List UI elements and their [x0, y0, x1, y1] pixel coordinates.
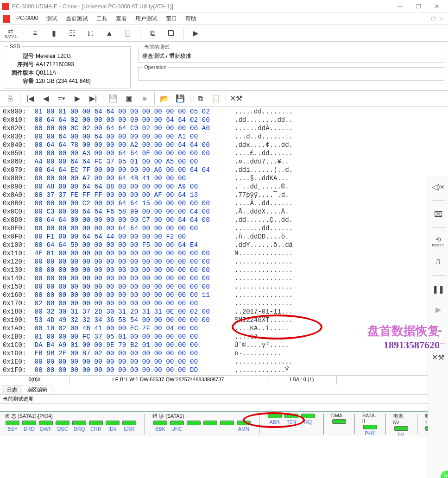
hex-ascii[interactable]: ....Â..dd...... — [234, 199, 293, 208]
hex-bytes[interactable]: 00 00 00 0C 02 00 64 64 C0 02 00 00 00 0… — [31, 124, 225, 132]
menu-user-test[interactable]: 用户测试 — [132, 13, 161, 24]
hex-row[interactable]: 0x010: 00 64 64 02 00 00 00 00 09 00 00 … — [3, 116, 445, 124]
hex-row[interactable]: 0x170: 02 00 00 00 00 00 00 00 00 00 00 … — [3, 299, 445, 308]
hex-bytes[interactable]: EB 9B 2E 00 B7 02 00 00 00 00 00 00 00 0… — [31, 349, 225, 358]
settings-icon[interactable]: ✕⚒ — [228, 92, 243, 106]
play2-icon[interactable]: ▶ — [430, 302, 446, 316]
export-icon[interactable]: ⎘ — [3, 92, 18, 106]
hex-ascii[interactable]: ............... — [234, 299, 293, 308]
hex-ascii[interactable]: ....§..ddKA... — [234, 174, 289, 182]
hex-ascii[interactable]: SMI2246XT...... — [234, 316, 293, 324]
hex-row[interactable]: 0x0D0: 00 64 64 00 00 00 00 00 00 C7 00 … — [3, 216, 445, 224]
hex-bytes[interactable]: 00 00 00 00 00 00 00 00 00 00 00 00 00 0… — [31, 358, 225, 366]
hex-view[interactable]: 0x000: 01 00 01 00 00 64 64 00 00 00 00 … — [0, 107, 448, 375]
hex-row[interactable]: 0x180: 00 32 30 31 37 2D 30 31 2D 31 31 … — [3, 308, 445, 316]
goto-icon[interactable]: ⌗▾ — [54, 92, 69, 106]
hex-bytes[interactable]: 00 C3 00 00 64 64 F6 58 99 00 00 00 00 C… — [31, 208, 225, 216]
hex-ascii[interactable]: ............... — [234, 266, 293, 274]
hex-ascii[interactable]: ............... — [234, 291, 293, 299]
hex-row[interactable]: 0x070: 00 64 64 EC 7F 00 00 00 00 00 A6 … — [3, 166, 445, 174]
paste-icon[interactable]: 📋 — [208, 92, 223, 106]
hex-bytes[interactable]: DA B4 A9 01 00 00 9E 79 B2 01 00 00 00 0… — [31, 341, 225, 349]
hex-bytes[interactable]: 4E 01 00 00 00 00 00 00 00 00 00 00 00 0… — [31, 249, 225, 258]
hex-row[interactable]: 0x120: 00 00 00 00 00 00 00 00 00 00 00 … — [3, 258, 445, 266]
hex-ascii[interactable]: .......dd...... — [234, 224, 293, 233]
hex-row[interactable]: 0x080: 00 00 00 00 A7 00 00 64 4B 41 00 … — [3, 174, 445, 182]
chart-icon[interactable]: ⫾⫾ — [83, 26, 99, 40]
hex-ascii[interactable]: ............... — [234, 258, 293, 266]
board-icon[interactable]: ⌧ — [430, 207, 446, 221]
last-icon[interactable]: ▶| — [86, 92, 101, 106]
hex-ascii[interactable]: ............... — [234, 274, 293, 283]
hex-bytes[interactable]: 00 64 64 00 00 00 00 00 00 C7 00 00 64 6… — [31, 216, 225, 224]
menu-window[interactable]: 窗口 — [163, 13, 180, 24]
hex-ascii[interactable]: .ñ..ddDD....ò. — [234, 233, 289, 241]
hex-bytes[interactable]: 00 00 00 00 00 00 00 00 00 00 00 00 00 0… — [31, 266, 225, 274]
hex-row[interactable]: 0x0F0: 00 F1 00 00 64 64 44 00 00 00 00 … — [3, 233, 445, 241]
hex-row[interactable]: 0x1B0: 01 00 00 00 FC 37 05 01 00 00 00 … — [3, 333, 445, 341]
pause-icon[interactable]: ❚❚ — [430, 282, 446, 296]
connector-icon[interactable]: ⎍ — [430, 255, 446, 269]
chip2-icon[interactable]: ▬ — [430, 323, 446, 337]
hex-bytes[interactable]: 00 00 00 00 00 00 00 00 00 00 00 00 00 0… — [31, 283, 225, 291]
hex-ascii[interactable]: ............... — [234, 358, 293, 366]
module-icon[interactable]: ▣ — [121, 92, 136, 106]
hex-ascii[interactable]: ë·.......... — [234, 349, 281, 358]
hex-row[interactable]: 0x130: 00 00 00 00 00 00 00 00 00 00 00 … — [3, 266, 445, 274]
hex-row[interactable]: 0x160: 00 00 00 00 00 00 00 00 00 00 00 … — [3, 291, 445, 299]
hex-ascii[interactable]: .dd......Ç..dd. — [234, 216, 293, 224]
menu-test[interactable]: 测试 — [43, 13, 61, 24]
hex-row[interactable]: 0x190: 53 4D 49 32 32 34 36 58 54 00 00 … — [3, 316, 445, 324]
hex-bytes[interactable]: 00 37 37 FE FF FF 00 00 00 00 AF 00 64 1… — [31, 191, 225, 199]
mdi-restore-icon[interactable]: ❐ — [429, 15, 437, 23]
save-icon[interactable]: 💾 — [106, 92, 120, 106]
tool-btn-1[interactable]: ≡ — [27, 26, 43, 40]
hex-row[interactable]: 0x050: 00 00 00 00 A3 00 00 64 64 0E 00 … — [3, 149, 445, 157]
hex-row[interactable]: 0x140: 00 00 00 00 00 00 00 00 00 00 00 … — [3, 274, 445, 283]
sound-icon[interactable]: ◁)× — [430, 180, 446, 194]
copy-icon[interactable]: ⧉ — [193, 92, 208, 106]
reset-icon[interactable]: ⟲RESET — [430, 234, 446, 248]
menu-app[interactable]: PC-3000 — [13, 13, 41, 24]
maximize-button[interactable]: ☐ — [409, 0, 428, 13]
saveas-icon[interactable]: 💾 — [173, 92, 188, 106]
hex-ascii[interactable]: ....ü7........ — [234, 333, 289, 341]
hex-bytes[interactable]: 00 00 00 00 A7 00 00 64 4B 41 00 00 00 — [31, 174, 225, 182]
hex-bytes[interactable]: 00 00 00 00 C2 00 00 64 64 15 00 00 00 0… — [31, 199, 225, 208]
next-icon[interactable]: ▶ — [70, 92, 85, 106]
hex-bytes[interactable]: 00 A8 00 00 64 64 B8 0B 00 00 00 00 A9 0… — [31, 182, 225, 191]
hex-bytes[interactable]: 00 32 30 31 37 2D 30 31 2D 31 31 0E 00 0… — [31, 308, 225, 316]
menu-current-test[interactable]: 当前测试 — [63, 13, 91, 24]
compass-icon[interactable]: ▲ — [101, 26, 117, 40]
hex-ascii[interactable]: .ddì......¦..d. — [234, 166, 293, 174]
hex-bytes[interactable]: 00 00 64 00 00 64 00 00 00 00 00 00 A1 0… — [31, 132, 225, 141]
barcode-icon[interactable]: ⧠ — [163, 26, 179, 40]
hex-ascii[interactable]: .............Ý — [234, 366, 289, 374]
hex-row[interactable]: 0x1A0: 00 10 02 00 4B 41 00 00 EC 7F 00 … — [3, 324, 445, 333]
hex-ascii[interactable]: .ddY......õ..dä — [234, 241, 293, 249]
hex-bytes[interactable]: 00 64 64 EC 7F 00 00 00 00 00 A6 00 00 6… — [31, 166, 225, 174]
list-icon[interactable]: ☷ — [64, 26, 80, 40]
hex-bytes[interactable]: 00 64 64 78 00 00 00 00 A2 00 00 00 64 6… — [31, 141, 225, 149]
open-icon[interactable]: 📂 — [157, 92, 172, 106]
hex-bytes[interactable]: 00 F1 00 00 64 64 44 00 00 00 00 F2 00 — [31, 233, 225, 241]
hex-bytes[interactable]: 01 00 00 00 FC 37 05 01 00 00 00 00 00 0… — [31, 333, 225, 341]
hex-ascii[interactable]: Ú´©....y²..... — [234, 341, 289, 349]
hex-row[interactable]: 0x150: 00 00 00 00 00 00 00 00 00 00 00 … — [3, 283, 445, 291]
hex-row[interactable]: 0x110: 4E 01 00 00 00 00 00 00 00 00 00 … — [3, 249, 445, 258]
hex-row[interactable]: 0x1F0: 00 00 00 00 00 00 00 00 00 00 00 … — [3, 366, 445, 374]
hex-bytes[interactable]: 00 00 00 00 00 00 00 00 00 00 00 00 00 D… — [31, 366, 225, 374]
close-button[interactable]: ✕ — [428, 0, 446, 13]
hex-bytes[interactable]: 02 00 00 00 00 00 00 00 00 00 00 00 00 0… — [31, 299, 225, 308]
hex-row[interactable]: 0x1E0: 00 00 00 00 00 00 00 00 00 00 00 … — [3, 358, 445, 366]
hex-row[interactable]: 0x0A0: 00 37 37 FE FF FF 00 00 00 00 AF … — [3, 191, 445, 199]
hex-ascii[interactable]: .77þÿÿ....¯.d. — [234, 191, 289, 199]
menu-tools[interactable]: 工具 — [93, 13, 111, 24]
hex-row[interactable]: 0x090: 00 A8 00 00 64 64 B8 0B 00 00 00 … — [3, 182, 445, 191]
hex-ascii[interactable]: .¤..ddü7...¥.. — [234, 157, 289, 166]
db-icon[interactable]: ⌸ — [120, 26, 136, 40]
minimize-button[interactable]: ─ — [391, 0, 409, 13]
hex-row[interactable]: 0x0B0: 00 00 00 00 C2 00 00 64 64 15 00 … — [3, 199, 445, 208]
hex-bytes[interactable]: 00 64 64 02 00 00 00 00 09 00 00 64 64 0… — [31, 116, 225, 124]
hex-row[interactable]: 0x020: 00 00 00 0C 02 00 64 64 C0 02 00 … — [3, 124, 445, 132]
